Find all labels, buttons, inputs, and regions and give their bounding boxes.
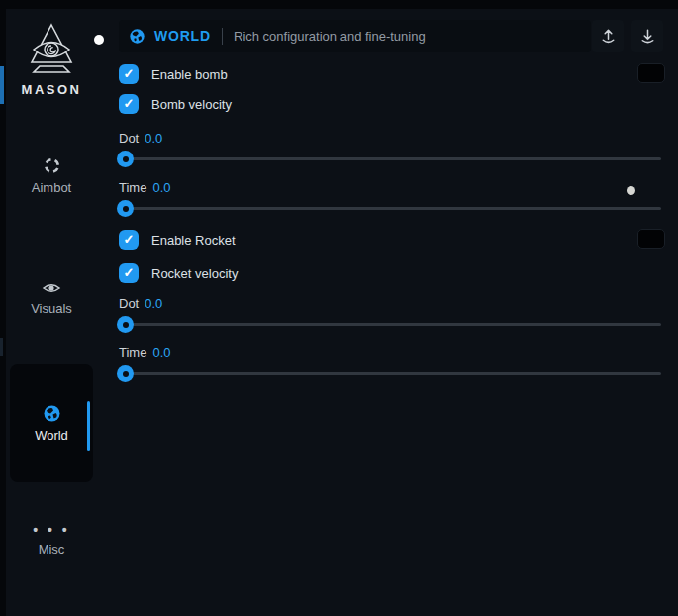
logo-text: MASON [6, 82, 97, 97]
checkbox-row-enable-bomb: ✓ Enable bomb [119, 64, 228, 84]
sidebar-item-label: Misc [6, 542, 97, 557]
slider-label-dot: Dot0.0 [119, 131, 162, 147]
download-icon [639, 28, 656, 45]
sidebar-item-label: Visuals [6, 301, 97, 316]
globe-icon [43, 404, 61, 423]
slider-track[interactable] [119, 323, 661, 326]
screen: MASON Aimbot Visuals [0, 0, 678, 616]
time-slider[interactable] [119, 365, 661, 382]
slider-handle[interactable] [117, 316, 134, 333]
upload-icon [600, 28, 617, 45]
app-window: MASON Aimbot Visuals [6, 9, 678, 616]
slider-value: 0.0 [145, 296, 162, 311]
page-subtitle: Rich configuration and fine-tuning [234, 20, 426, 52]
checkbox-label: Rocket velocity [151, 266, 238, 281]
page-title: WORLD [154, 20, 211, 52]
cursor-dot [94, 35, 104, 45]
header: WORLD Rich configuration and fine-tuning [119, 20, 591, 52]
checkbox-row-bomb-velocity: ✓ Bomb velocity [119, 94, 232, 114]
sidebar-item-world[interactable]: World [6, 404, 97, 443]
slider-handle[interactable] [117, 200, 134, 217]
sidebar: MASON Aimbot Visuals [6, 9, 110, 616]
slider-track[interactable] [119, 372, 661, 375]
slider-label-time: Time0.0 [119, 345, 170, 360]
sidebar-item-label: World [6, 428, 97, 443]
download-config-button[interactable] [631, 20, 663, 52]
slider-value: 0.0 [152, 345, 170, 359]
masonic-eye-triangle-icon [29, 23, 74, 78]
checkbox-row-rocket-velocity: ✓ Rocket velocity [119, 263, 238, 283]
crosshair-icon [43, 156, 61, 175]
enable-bomb-checkbox[interactable]: ✓ [119, 64, 139, 84]
eye-icon [42, 280, 61, 296]
slider-name: Time [119, 345, 146, 359]
slider-value: 0.0 [152, 180, 170, 195]
slider-track[interactable] [119, 157, 661, 160]
background-artifact [0, 66, 4, 104]
slider-track[interactable] [119, 207, 661, 210]
slider-handle[interactable] [117, 365, 134, 382]
slider-label-dot: Dot0.0 [119, 296, 162, 312]
bomb-velocity-checkbox[interactable]: ✓ [119, 94, 139, 114]
checkbox-label: Bomb velocity [151, 97, 232, 112]
slider-name: Dot [119, 296, 139, 311]
globe-icon [129, 28, 145, 45]
dot-slider[interactable] [119, 316, 661, 333]
checkbox-label: Enable Rocket [151, 233, 236, 248]
background-artifact [0, 338, 3, 356]
dot-slider[interactable] [119, 151, 661, 167]
upload-config-button[interactable] [592, 20, 624, 52]
enable-rocket-checkbox[interactable]: ✓ [119, 230, 139, 250]
header-divider [222, 28, 223, 45]
slider-handle[interactable] [117, 151, 134, 167]
rocket-color-swatch[interactable] [637, 229, 665, 249]
slider-label-time: Time0.0 [119, 180, 170, 196]
time-slider[interactable] [119, 200, 661, 217]
checkbox-label: Enable bomb [151, 67, 228, 82]
slider-value: 0.0 [145, 131, 162, 146]
ellipsis-icon: • • • [6, 525, 97, 535]
slider-name: Time [119, 180, 146, 195]
rocket-velocity-checkbox[interactable]: ✓ [119, 263, 139, 283]
sidebar-item-aimbot[interactable]: Aimbot [6, 156, 97, 195]
sidebar-item-visuals[interactable]: Visuals [6, 280, 97, 316]
slider-name: Dot [119, 131, 139, 146]
bomb-color-swatch[interactable] [637, 63, 665, 83]
sidebar-item-misc[interactable]: • • • Misc [6, 525, 97, 557]
sidebar-item-label: Aimbot [6, 180, 97, 195]
cursor-dot [627, 186, 635, 195]
checkbox-row-enable-rocket: ✓ Enable Rocket [119, 230, 236, 250]
